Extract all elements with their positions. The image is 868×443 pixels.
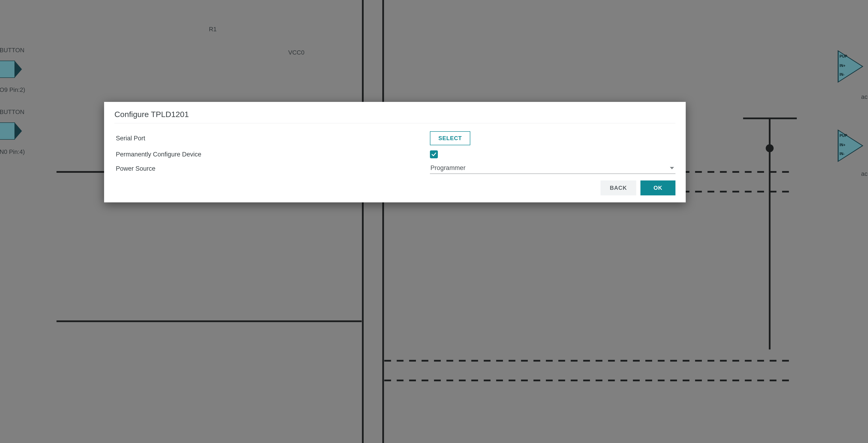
back-button[interactable]: BACK (600, 180, 636, 195)
chevron-down-icon (670, 167, 674, 169)
configure-dialog: Configure TPLD1201 Serial Port SELECT Pe… (104, 102, 686, 202)
permanent-configure-checkbox[interactable] (430, 150, 438, 158)
power-source-row: Power Source Programmer (114, 164, 676, 174)
power-source-select[interactable]: Programmer (430, 164, 676, 174)
select-serial-port-button[interactable]: SELECT (430, 131, 470, 145)
dialog-action-row: BACK OK (114, 180, 676, 195)
permanent-configure-row: Permanently Configure Device (114, 150, 676, 158)
power-source-value: Programmer (430, 164, 465, 172)
permanent-configure-label: Permanently Configure Device (114, 151, 430, 158)
check-icon (431, 151, 437, 157)
serial-port-row: Serial Port SELECT (114, 131, 676, 145)
serial-port-label: Serial Port (114, 135, 430, 142)
modal-overlay: Configure TPLD1201 Serial Port SELECT Pe… (0, 0, 868, 443)
power-source-label: Power Source (114, 165, 430, 172)
ok-button[interactable]: OK (641, 180, 676, 195)
dialog-title: Configure TPLD1201 (114, 110, 676, 119)
